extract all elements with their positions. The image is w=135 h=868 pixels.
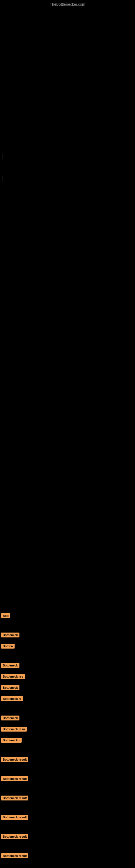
result-item-4: Bottleneck xyxy=(0,659,135,671)
result-item-10: Bottleneck r xyxy=(0,734,135,745)
result-item-2: Bottleneck xyxy=(0,629,135,640)
result-item-16: Bottleneck result xyxy=(0,850,135,861)
site-title: TheBottlenecker.com xyxy=(0,0,135,8)
result-label-4[interactable]: Bottleneck xyxy=(1,663,19,668)
result-label-10[interactable]: Bottleneck r xyxy=(1,738,21,743)
result-label-2[interactable]: Bottleneck xyxy=(1,632,19,638)
vertical-line-2 xyxy=(2,176,2,181)
result-item-13: Bottleneck result xyxy=(0,792,135,803)
result-label-7[interactable]: Bottleneck re xyxy=(1,696,23,701)
result-label-14[interactable]: Bottleneck result xyxy=(1,815,28,820)
result-item-11: Bottleneck result xyxy=(0,753,135,765)
result-label-12[interactable]: Bottleneck result xyxy=(1,776,28,781)
result-label-11[interactable]: Bottleneck result xyxy=(1,757,28,762)
result-item-1: Bott xyxy=(0,610,135,621)
result-item-15: Bottleneck result xyxy=(0,831,135,842)
result-item-7: Bottleneck re xyxy=(0,693,135,704)
result-label-6[interactable]: Bottleneck xyxy=(1,685,19,690)
chart-area xyxy=(0,8,135,604)
result-label-8[interactable]: Bottleneck xyxy=(1,716,19,720)
result-label-9[interactable]: Bottleneck resu xyxy=(1,727,27,732)
result-item-12: Bottleneck result xyxy=(0,773,135,784)
result-item-8: Bottleneck xyxy=(0,712,135,723)
result-label-16[interactable]: Bottleneck result xyxy=(1,854,28,858)
result-item-14: Bottleneck result xyxy=(0,811,135,823)
result-item-3: Bottlen xyxy=(0,640,135,651)
result-label-1[interactable]: Bott xyxy=(1,613,10,618)
result-label-13[interactable]: Bottleneck result xyxy=(1,796,28,801)
result-item-5: Bottleneck res xyxy=(0,671,135,682)
result-label-5[interactable]: Bottleneck res xyxy=(1,674,25,679)
results-container: Bott Bottleneck Bottlen Bottleneck Bottl… xyxy=(0,604,135,868)
result-item-6: Bottleneck xyxy=(0,682,135,693)
result-label-15[interactable]: Bottleneck result xyxy=(1,834,28,839)
result-label-3[interactable]: Bottlen xyxy=(1,644,14,649)
result-item-9: Bottleneck resu xyxy=(0,723,135,734)
vertical-line-1 xyxy=(2,154,2,159)
